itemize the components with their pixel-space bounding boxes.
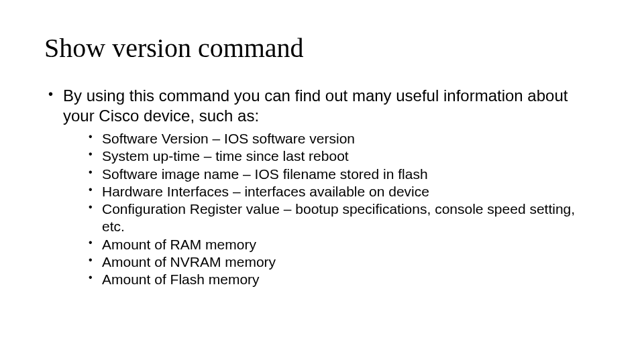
- sub-bullet-item: Hardware Interfaces – interfaces availab…: [89, 183, 600, 200]
- sub-bullet-text: Amount of RAM memory: [102, 237, 256, 252]
- sub-bullet-item: Amount of NVRAM memory: [89, 253, 600, 271]
- sub-bullet-text: Hardware Interfaces – interfaces availab…: [102, 184, 429, 199]
- sub-bullet-text: Configuration Register value – bootup sp…: [102, 201, 575, 234]
- sub-bullet-item: Software Version – IOS software version: [89, 130, 600, 147]
- sub-bullet-item: Amount of RAM memory: [89, 236, 600, 253]
- slide-title: Show version command: [44, 34, 600, 63]
- bullet-item: By using this command you can find out m…: [44, 86, 600, 288]
- sub-bullet-text: Amount of NVRAM memory: [102, 254, 276, 269]
- sub-bullet-text: Amount of Flash memory: [102, 272, 260, 287]
- slide: Show version command By using this comma…: [0, 0, 644, 362]
- bullet-list-level1: By using this command you can find out m…: [44, 86, 600, 288]
- bullet-text: By using this command you can find out m…: [63, 86, 568, 125]
- sub-bullet-item: Configuration Register value – bootup sp…: [89, 200, 600, 236]
- sub-bullet-item: Software image name – IOS filename store…: [89, 166, 600, 183]
- sub-bullet-text: System up-time – time since last reboot: [102, 148, 349, 164]
- sub-bullet-text: Software image name – IOS filename store…: [102, 166, 428, 182]
- bullet-list-level2: Software Version – IOS software version …: [63, 130, 600, 288]
- sub-bullet-text: Software Version – IOS software version: [102, 131, 355, 146]
- sub-bullet-item: Amount of Flash memory: [89, 271, 600, 288]
- sub-bullet-item: System up-time – time since last reboot: [89, 147, 600, 165]
